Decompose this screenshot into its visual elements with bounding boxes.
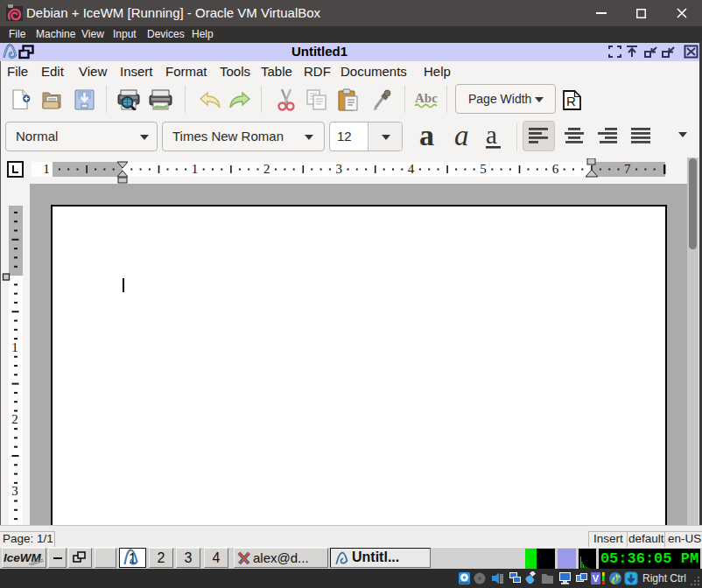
svg-text:1: 1 bbox=[11, 340, 18, 354]
svg-text:2: 2 bbox=[11, 412, 18, 426]
svg-text:3: 3 bbox=[335, 162, 342, 176]
svg-text:1: 1 bbox=[43, 162, 50, 176]
svg-text:5: 5 bbox=[480, 162, 487, 176]
svg-text:V: V bbox=[593, 573, 600, 584]
svg-text:1: 1 bbox=[192, 162, 199, 176]
svg-text:4: 4 bbox=[408, 162, 415, 176]
svg-text:R: R bbox=[566, 94, 576, 108]
svg-text:2: 2 bbox=[263, 162, 270, 176]
svg-text:a: a bbox=[454, 122, 469, 150]
svg-text:a: a bbox=[486, 122, 497, 149]
svg-text:a: a bbox=[419, 122, 434, 150]
svg-text:3: 3 bbox=[11, 484, 18, 498]
svg-text:6: 6 bbox=[552, 162, 559, 176]
svg-text:IceWM: IceWM bbox=[4, 551, 42, 564]
svg-text:7: 7 bbox=[624, 162, 631, 176]
svg-text:Abc: Abc bbox=[415, 91, 438, 105]
